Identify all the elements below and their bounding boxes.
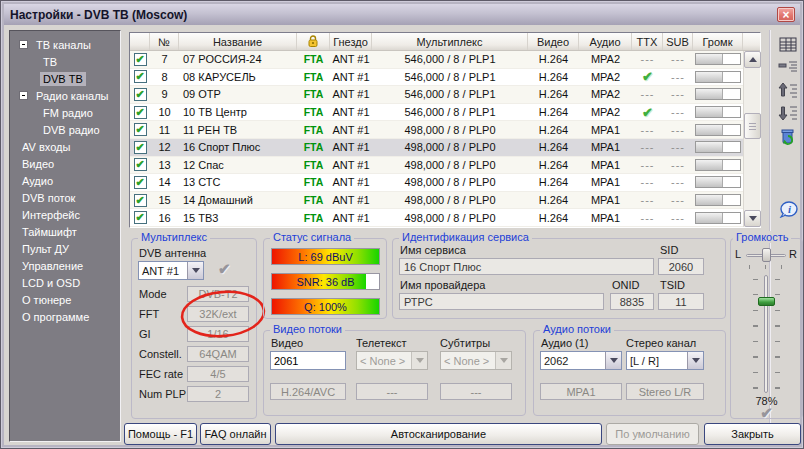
title-bar[interactable]: Настройки - DVB ТВ (Moscow) × [4,4,800,25]
chevron-down-icon [692,358,700,363]
antenna-dropdown-button[interactable] [187,262,203,279]
ttx-cell: --- [632,121,663,138]
audio-codec-field: MPA1 [540,383,622,400]
column-header-access[interactable] [297,33,330,50]
tsid-field: 11 [658,293,704,310]
onid-field: 8835 [610,293,654,310]
sidebar-item-13[interactable]: Управление [10,257,120,274]
sidebar-item-0[interactable]: ТВ каналы [10,36,120,53]
fta-badge: FTA [304,212,324,224]
antenna-select[interactable]: ANT #1 [138,261,204,280]
sidebar-item-4[interactable]: FM радио [10,104,120,121]
channel-grid-button[interactable] [776,34,800,54]
signal-bar-label: SNR: 36 dB [272,274,379,289]
ttx-cell: ✔ [632,69,663,86]
channel-row-16[interactable]: ✔1615 ТВ3FTAANT #1498,000 / 8 / PLP0H.26… [130,209,743,227]
channel-checkbox[interactable]: ✔ [134,106,147,119]
close-button[interactable]: × [777,7,795,22]
scrollbar-thumb[interactable] [744,113,761,139]
audio-dropdown-button[interactable] [605,352,621,369]
column-header-video[interactable]: Видео [528,33,579,50]
faq-button[interactable]: FAQ онлайн [200,423,271,445]
channel-checkbox[interactable]: ✔ [134,141,147,154]
column-header-ttx[interactable]: TTX [632,33,663,50]
channel-name: 08 КАРУСЕЛЬ [179,69,297,86]
channel-row-12[interactable]: ✔1216 Спорт ПлюсFTAANT #1498,000 / 8 / P… [130,139,743,157]
sidebar-item-15[interactable]: О тюнере [10,291,120,308]
fta-badge: FTA [304,124,324,136]
sidebar-item-2[interactable]: DVB ТВ [10,70,120,87]
tree-expander-icon[interactable] [19,40,28,49]
channel-checkbox[interactable]: ✔ [134,53,147,66]
sidebar-item-12[interactable]: Пульт ДУ [10,240,120,257]
sidebar-item-1[interactable]: ТВ [10,53,120,70]
channel-row-8[interactable]: ✔808 КАРУСЕЛЬFTAANT #1546,000 / 8 / PLP1… [130,69,743,87]
channel-row-13[interactable]: ✔1312 СпасFTAANT #1498,000 / 8 / PLP0H.2… [130,157,743,175]
table-scrollbar[interactable] [743,51,760,227]
move-down-button[interactable] [776,103,800,123]
column-header-sub[interactable]: SUB [663,33,693,50]
column-header-check[interactable] [130,33,150,50]
sidebar-item-11[interactable]: Таймшифт [10,223,120,240]
channel-checkbox-cell: ✔ [130,69,150,86]
channel-checkbox[interactable]: ✔ [134,158,147,171]
sidebar-item-10[interactable]: Интерфейс [10,206,120,223]
column-header-name[interactable]: Название [179,33,297,50]
channel-row-7[interactable]: ✔707 РОССИЯ-24FTAANT #1546,000 / 8 / PLP… [130,51,743,69]
column-header-audio[interactable]: Аудио [579,33,632,50]
channel-checkbox[interactable]: ✔ [134,194,147,207]
column-header-vol[interactable]: Громк [693,33,743,50]
param-label-fft: FFT [139,308,159,320]
scroll-up-button[interactable] [744,51,761,68]
audio-pid-select[interactable]: 2062 [540,351,622,370]
volume-slider-thumb[interactable] [758,297,775,306]
sidebar-item-3[interactable]: Радио каналы [10,87,120,104]
channel-checkbox[interactable]: ✔ [134,123,147,136]
move-up-button[interactable] [776,80,800,100]
channel-row-9[interactable]: ✔909 ОТРFTAANT #1546,000 / 8 / PLP1H.264… [130,86,743,104]
antenna-select-value: ANT #1 [139,262,187,279]
socket-cell: ANT #1 [330,104,372,121]
video-pid-input[interactable] [270,351,346,370]
autoscan-button[interactable]: Автосканирование [275,423,602,445]
tree-expander-icon[interactable] [19,91,28,100]
scroll-down-button[interactable] [744,210,761,227]
volume-slider[interactable] [764,275,768,393]
channel-checkbox[interactable]: ✔ [134,176,147,189]
sidebar-item-label: Пульт ДУ [19,242,72,256]
sidebar-item-7[interactable]: Видео [10,155,120,172]
channel-checkbox[interactable]: ✔ [134,70,147,83]
column-header-mux[interactable]: Мультиплекс [372,33,528,50]
channel-row-14[interactable]: ✔1413 СТСFTAANT #1498,000 / 8 / PLP0H.26… [130,174,743,192]
channel-checkbox[interactable]: ✔ [134,88,147,101]
video-streams-group: Видео потоки Видео Телетекст Субтитры < … [263,330,526,416]
channel-volume-fill [696,213,723,223]
column-header-socket[interactable]: Гнездо [330,33,372,50]
channel-row-10[interactable]: ✔1010 ТВ ЦентрFTAANT #1546,000 / 8 / PLP… [130,104,743,122]
fta-badge: FTA [304,53,324,65]
fta-badge: FTA [304,141,324,153]
sidebar-item-label: Видео [19,157,57,171]
sidebar-item-6[interactable]: AV входы [10,138,120,155]
balance-slider-thumb[interactable] [762,248,771,262]
channel-row-15[interactable]: ✔1514 ДомашнийFTAANT #1498,000 / 8 / PLP… [130,192,743,210]
channel-row-11[interactable]: ✔1111 РЕН ТВFTAANT #1498,000 / 8 / PLP0H… [130,121,743,139]
close-dialog-button[interactable]: Закрыть [704,423,801,445]
sidebar-item-14[interactable]: LCD и OSD [10,274,120,291]
multiplex-cell: 546,000 / 8 / PLP1 [372,104,528,121]
video-pid-label: Видео [271,337,303,349]
stereo-dropdown-button[interactable] [687,352,703,369]
sidebar-item-16[interactable]: О программе [10,308,120,325]
sidebar-item-5[interactable]: DVB радио [10,121,120,138]
column-header-num[interactable]: № [150,33,179,50]
delete-list-button[interactable] [776,126,800,146]
channel-checkbox[interactable]: ✔ [134,211,147,224]
remove-channel-button[interactable] [776,57,800,77]
info-button[interactable]: i [776,199,800,219]
help-button[interactable]: Помощь - F1 [124,423,197,445]
lock-icon [307,35,319,48]
access-cell: FTA [297,157,330,174]
stereo-select[interactable]: [L / R] [626,351,704,370]
sidebar-item-9[interactable]: DVB поток [10,189,120,206]
sidebar-item-8[interactable]: Аудио [10,172,120,189]
